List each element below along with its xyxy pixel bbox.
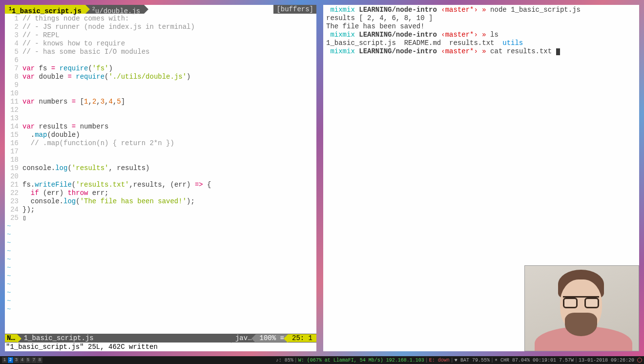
empty-line-tilde: ~ (5, 272, 316, 280)
line-number: 7 (5, 64, 22, 73)
code-content[interactable] (22, 114, 316, 123)
code-content[interactable] (22, 106, 316, 114)
code-line[interactable]: 10 (5, 89, 316, 98)
code-line[interactable]: 15 .map(double) (5, 131, 316, 139)
line-number: 11 (5, 98, 22, 106)
code-content[interactable]: // things node comes with: (22, 15, 316, 23)
terminal-line: mixmix LEARNING/node-intro ‹master*› » l… (326, 31, 636, 39)
empty-line-tilde: ~ (5, 222, 316, 231)
code-line[interactable]: 18 (5, 156, 316, 164)
line-number: 14 (5, 123, 22, 131)
code-line[interactable]: 3// - REPL (5, 31, 316, 40)
code-content[interactable]: // .map(function(n) { return 2*n }) (22, 139, 316, 148)
line-number: 24 (5, 206, 22, 214)
charge-indicator: ☀ CHR 87.04% 00:19:01 7.57W (495, 357, 574, 363)
tab-double-js[interactable]: 2u/double.js (85, 5, 144, 14)
workspace-2[interactable]: 2 (8, 357, 13, 363)
line-number: 12 (5, 106, 22, 114)
code-content[interactable]: // - REPL (22, 31, 316, 40)
line-number: 8 (5, 73, 22, 81)
code-line[interactable]: 24}); (5, 206, 316, 214)
code-line[interactable]: 6 (5, 56, 316, 64)
power-icon[interactable] (637, 358, 642, 363)
code-content[interactable]: // - knows how to require (22, 40, 316, 48)
code-line[interactable]: 12 (5, 106, 316, 114)
empty-line-tilde: ~ (5, 305, 316, 314)
code-line[interactable]: 23 console.log('The file has been saved!… (5, 197, 316, 206)
tab-basic-script[interactable]: 11_basic_script.js (5, 5, 85, 14)
line-number: 19 (5, 164, 22, 172)
code-content[interactable] (22, 148, 316, 156)
code-content[interactable]: var numbers = [1,2,3,4,5] (22, 98, 316, 106)
battery-indicator: ♥ BAT 79.55% (455, 358, 490, 363)
code-content[interactable] (22, 56, 316, 64)
workspace-8[interactable]: 8 (37, 357, 42, 363)
os-status-bar: 1234578 ♪: 85% | W: (067% at LlamaFI, 54… (0, 356, 644, 364)
vim-commandline[interactable]: "1_basic_script.js" 25L, 462C written (5, 343, 316, 351)
code-line[interactable]: 2// - JS runner (node index.js in termin… (5, 23, 316, 31)
terminal-line: 1_basic_script.js README.md results.txt … (326, 39, 636, 47)
empty-line-tilde: ~ (5, 239, 316, 247)
buffer-tab-bar: 11_basic_script.js 2u/double.js [buffers… (5, 5, 316, 14)
empty-line-tilde: ~ (5, 231, 316, 239)
code-line[interactable]: 5// - has some basic I/O modules (5, 48, 316, 56)
workspace-4[interactable]: 4 (20, 357, 25, 363)
code-line[interactable]: 13 (5, 114, 316, 123)
code-line[interactable]: 17 (5, 148, 316, 156)
line-number: 20 (5, 172, 22, 181)
workspace-3[interactable]: 3 (14, 357, 19, 363)
code-line[interactable]: 21fs.writeFile('results.txt',results, (e… (5, 181, 316, 189)
line-number: 15 (5, 131, 22, 139)
buffers-label: [buffers] (273, 5, 316, 14)
code-line[interactable]: 25▯ (5, 214, 316, 222)
code-content[interactable] (22, 89, 316, 98)
code-content[interactable]: var fs = require('fs') (22, 64, 316, 73)
line-number: 25 (5, 214, 22, 222)
code-content[interactable]: // - JS runner (node index.js in termina… (22, 23, 316, 31)
line-number: 2 (5, 23, 22, 31)
terminal-line: mixmix LEARNING/node-intro ‹master*› » c… (326, 47, 636, 56)
line-number: 4 (5, 40, 22, 48)
code-content[interactable]: console.log('results', results) (22, 164, 316, 172)
wifi-indicator: W: (067% at LlamaFI, 54 Mb/s) 192.168.1.… (298, 358, 424, 363)
code-line[interactable]: 22 if (err) throw err; (5, 189, 316, 197)
code-content[interactable] (22, 172, 316, 181)
line-number: 10 (5, 89, 22, 98)
workspace-1[interactable]: 1 (2, 357, 7, 363)
code-line[interactable]: 19console.log('results', results) (5, 164, 316, 172)
code-content[interactable]: var results = numbers (22, 123, 316, 131)
code-line[interactable]: 20 (5, 172, 316, 181)
code-content[interactable]: // - has some basic I/O modules (22, 48, 316, 56)
code-line[interactable]: 9 (5, 81, 316, 89)
line-number: 16 (5, 139, 22, 148)
line-number: 13 (5, 114, 22, 123)
empty-line-tilde: ~ (5, 264, 316, 272)
code-content[interactable]: fs.writeFile('results.txt',results, (err… (22, 181, 316, 189)
code-content[interactable]: var double = require('./utils/double.js'… (22, 73, 316, 81)
code-content[interactable]: }); (22, 206, 316, 214)
workspace-5[interactable]: 5 (25, 357, 31, 363)
code-line[interactable]: 8var double = require('./utils/double.js… (5, 73, 316, 81)
vim-mode: N… (5, 334, 17, 342)
code-content[interactable]: .map(double) (22, 131, 316, 139)
code-area[interactable]: 1// things node comes with:2// - JS runn… (5, 14, 316, 334)
code-content[interactable]: if (err) throw err; (22, 189, 316, 197)
line-number: 1 (5, 15, 22, 23)
code-line[interactable]: 16 // .map(function(n) { return 2*n }) (5, 139, 316, 148)
code-content[interactable] (22, 156, 316, 164)
line-number: 3 (5, 31, 22, 40)
webcam-overlay (524, 265, 639, 351)
code-content[interactable] (22, 81, 316, 89)
line-number: 18 (5, 156, 22, 164)
code-content[interactable]: ▯ (22, 214, 316, 222)
workspace-7[interactable]: 7 (31, 357, 37, 363)
code-line[interactable]: 14var results = numbers (5, 123, 316, 131)
empty-line-tilde: ~ (5, 289, 316, 297)
terminal-pane[interactable]: mixmix LEARNING/node-intro ‹master*› » n… (323, 5, 639, 351)
code-line[interactable]: 4// - knows how to require (5, 40, 316, 48)
line-number: 6 (5, 56, 22, 64)
code-line[interactable]: 11var numbers = [1,2,3,4,5] (5, 98, 316, 106)
code-line[interactable]: 7var fs = require('fs') (5, 64, 316, 73)
code-content[interactable]: console.log('The file has been saved!'); (22, 197, 316, 206)
code-line[interactable]: 1// things node comes with: (5, 15, 316, 23)
